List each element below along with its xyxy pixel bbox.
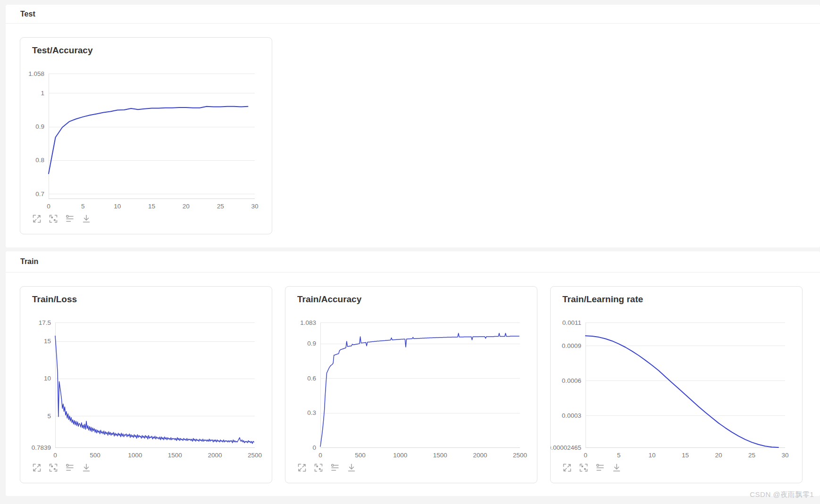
x-axis-labels: 051015202530 [47,203,258,210]
y-tick-label: 0.7839 [32,444,51,451]
section-panel-test: Test Test/Accuracy 1.05810.90.80.7051015… [6,5,820,248]
chart-card: Test/Accuracy 1.05810.90.80.705101520253… [20,37,272,234]
y-tick-label: 0 [312,444,316,451]
x-axis-labels: 05001000150020002500 [318,452,527,459]
axes [586,322,785,448]
x-tick-label: 500 [90,452,100,459]
section-header: Test [6,5,820,24]
chart-plot[interactable]: 1.0830.90.60.3005001000150020002500 [285,310,537,461]
smoothing-icon[interactable] [330,463,340,472]
y-tick-label: 0.0011 [562,319,581,326]
x-tick-label: 30 [781,452,788,459]
y-tick-label: 0.9 [307,340,316,347]
x-tick-label: 15 [682,452,689,459]
x-tick-label: 2000 [208,452,222,459]
y-tick-label: 1 [41,90,44,97]
y-tick-label: 0.3 [307,409,316,416]
x-tick-label: 5 [81,203,85,210]
scalar-dashboard: Test Test/Accuracy 1.05810.90.80.7051015… [0,5,820,496]
y-tick-label: 10 [44,375,51,382]
axes [49,74,255,199]
x-tick-label: 1000 [128,452,142,459]
download-icon[interactable] [612,463,621,472]
x-tick-label: 2500 [513,452,527,459]
y-tick-label: 0.0009 [562,342,581,349]
x-tick-label: 20 [183,203,190,210]
chart-title: Train/Learning rate [562,293,802,306]
fullscreen-icon[interactable] [32,463,42,472]
fullscreen-icon[interactable] [562,463,572,472]
x-tick-label: 1000 [393,452,407,459]
x-tick-label: 30 [251,203,258,210]
grid [49,74,255,194]
smoothing-icon[interactable] [65,214,75,223]
restore-icon[interactable] [49,463,58,472]
chart-card: Train/Learning rate 0.00110.00090.00060.… [550,286,803,483]
smoothing-icon[interactable] [595,463,605,472]
x-tick-label: 0 [47,203,50,210]
x-tick-label: 500 [355,452,366,459]
y-tick-label: 1.058 [28,70,44,77]
chart-card: Train/Accuracy 1.0830.90.60.300500100015… [285,286,537,483]
restore-icon[interactable] [579,463,588,472]
x-tick-label: 20 [715,452,722,459]
x-tick-label: 15 [148,203,155,210]
chart-title: Train/Accuracy [297,293,537,306]
y-tick-label: 0.00002465 [551,444,581,451]
download-icon[interactable] [82,463,91,472]
series-line [55,336,254,444]
x-tick-label: 0 [318,452,322,459]
x-tick-label: 1500 [433,452,447,459]
y-tick-label: 0.0003 [562,412,581,419]
x-axis-labels: 051015202530 [584,452,788,459]
section-title: Train [20,257,38,266]
chart-toolbar [297,463,356,472]
chart-card: Train/Loss 17.5151050.783905001000150020… [20,286,272,483]
fullscreen-icon[interactable] [297,463,307,472]
section-title: Test [20,10,35,18]
cards-row: Train/Loss 17.5151050.783905001000150020… [6,273,820,483]
x-tick-label: 5 [617,452,621,459]
chart-plot[interactable]: 0.00110.00090.00060.00030.00002465051015… [551,310,803,461]
chart-title: Train/Loss [32,293,272,306]
download-icon[interactable] [347,463,356,472]
x-tick-label: 0 [53,452,57,459]
x-tick-label: 10 [648,452,655,459]
x-tick-label: 2500 [248,452,262,459]
chart-title: Test/Accuracy [32,44,272,57]
chart-toolbar [32,214,91,223]
y-tick-label: 0.8 [35,157,44,164]
download-icon[interactable] [82,214,91,223]
chart-plot[interactable]: 1.05810.90.80.7051015202530 [20,61,272,212]
series-line [49,107,248,174]
x-tick-label: 10 [114,203,121,210]
y-axis-labels: 17.5151050.7839 [32,319,51,451]
axes [320,322,520,448]
restore-icon[interactable] [314,463,323,472]
chart-toolbar [32,463,91,472]
y-axis-labels: 0.00110.00090.00060.00030.00002465 [551,319,581,451]
grid [586,323,785,448]
y-axis-labels: 1.05810.90.80.7 [28,70,44,198]
y-tick-label: 5 [47,413,51,420]
x-tick-label: 2000 [473,452,487,459]
chart-toolbar [562,463,621,472]
smoothing-icon[interactable] [65,463,75,472]
x-tick-label: 25 [217,203,224,210]
x-tick-label: 1500 [168,452,182,459]
section-header: Train [6,251,820,273]
y-tick-label: 1.083 [300,319,316,326]
y-tick-label: 0.9 [35,123,44,130]
fullscreen-icon[interactable] [32,214,42,223]
y-tick-label: 0.7 [35,190,44,198]
section-panel-train: Train Train/Loss 17.5151050.783905001000… [6,251,820,496]
restore-icon[interactable] [49,214,58,223]
cards-row: Test/Accuracy 1.05810.90.80.705101520253… [6,24,820,234]
x-tick-label: 0 [584,452,587,459]
y-tick-label: 17.5 [39,319,51,326]
y-tick-label: 0.0006 [562,377,581,384]
csdn-watermark: CSDN @夜雨飘零1 [750,490,814,499]
x-axis-labels: 05001000150020002500 [53,452,262,459]
y-tick-label: 0.6 [307,375,316,382]
chart-plot[interactable]: 17.5151050.783905001000150020002500 [20,310,272,461]
